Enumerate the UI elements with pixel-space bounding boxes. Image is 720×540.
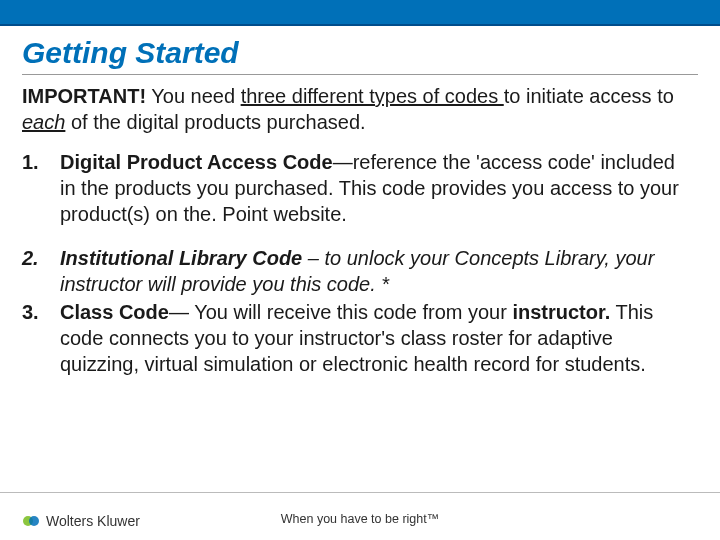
item-number: 1.: [22, 149, 60, 227]
item-sep: —: [169, 301, 194, 323]
intro-c: of the digital products purchased.: [65, 111, 365, 133]
intro-b: to initiate access to: [504, 85, 674, 107]
item-text-a: You will receive this code from your: [194, 301, 512, 323]
item-body: Institutional Library Code – to unlock y…: [60, 245, 690, 297]
title-rule: [22, 74, 698, 75]
item-number: 3.: [22, 299, 60, 377]
footer-rule: [0, 492, 720, 493]
item-sep: –: [302, 247, 324, 269]
intro-a: You need: [146, 85, 241, 107]
page-title: Getting Started: [22, 36, 698, 70]
intro-paragraph: IMPORTANT! You need three different type…: [22, 83, 698, 135]
list-item: 2. Institutional Library Code – to unloc…: [22, 245, 690, 297]
item-sep: —: [333, 151, 353, 173]
item-number: 2.: [22, 245, 60, 297]
intro-important: IMPORTANT!: [22, 85, 146, 107]
intro-three: three different types of codes: [241, 85, 504, 107]
intro-each: each: [22, 111, 65, 133]
top-banner: [0, 0, 720, 26]
footer-tagline: When you have to be right™: [0, 512, 720, 526]
item-body: Digital Product Access Code—reference th…: [60, 149, 690, 227]
item-body: Class Code— You will receive this code f…: [60, 299, 690, 377]
item-instructor: instructor.: [512, 301, 610, 323]
list-item: 1. Digital Product Access Code—reference…: [22, 149, 690, 227]
footer: Wolters Kluwer When you have to be right…: [0, 492, 720, 540]
item-title: Class Code: [60, 301, 169, 323]
item-title: Digital Product Access Code: [60, 151, 333, 173]
item-title: Institutional Library Code: [60, 247, 302, 269]
list-item: 3. Class Code— You will receive this cod…: [22, 299, 690, 377]
code-list: 1. Digital Product Access Code—reference…: [22, 149, 690, 377]
